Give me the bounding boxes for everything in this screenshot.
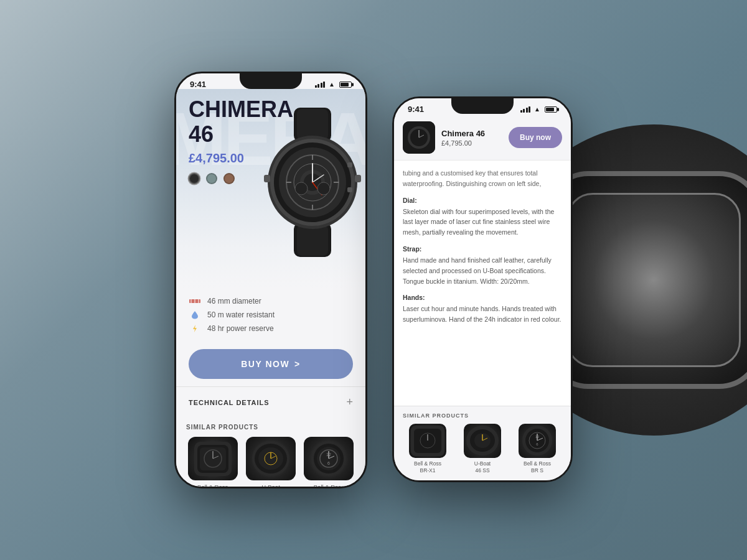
phone-2: 9:41 ▲ (392, 96, 573, 482)
similar-watch-img-1 (246, 437, 296, 480)
signal-bar-3 (321, 83, 322, 88)
phone1-time: 9:41 (190, 80, 206, 89)
phone1-status-icons: ▲ (315, 81, 352, 88)
signal-bar-1 (315, 85, 317, 88)
spec-diameter: 46 mm diameter (189, 297, 353, 306)
phone2-buy-button[interactable]: Buy now (509, 127, 562, 148)
signal-bar-4 (323, 82, 325, 88)
phone2-similar-label: SIMILAR PRODUCTS (403, 413, 562, 419)
phone2-similar-section: SIMILAR PRODUCTS Bell & Ross (394, 406, 571, 480)
svg-point-24 (317, 182, 330, 195)
desc-text-dial: Skeleton dial with four superimposed lev… (403, 207, 562, 238)
swatch-teal[interactable] (206, 173, 217, 184)
desc-excerpt: tubing and a customised key that ensures… (403, 168, 562, 189)
signal-bar-p2-2 (523, 109, 525, 113)
svg-rect-55 (414, 429, 441, 453)
spec-diameter-text: 46 mm diameter (207, 297, 261, 306)
spec-power-text: 48 hr power reserve (207, 324, 274, 333)
phone2-wifi-icon: ▲ (534, 106, 540, 113)
phone2-similar-name-2: Bell & Ross BR S (512, 460, 562, 474)
desc-text-strap: Hand made and hand finished calf leather… (403, 255, 562, 286)
svg-rect-1 (297, 109, 328, 140)
desc-title-strap: Strap: (403, 245, 562, 253)
svg-point-23 (295, 182, 308, 195)
phone2-product-price: £4,795.00 (441, 139, 502, 147)
watch-hero-image (250, 108, 365, 257)
similar-name-2: Bell & Ross BR S (303, 483, 355, 488)
phone1-signal (315, 82, 326, 88)
phone2-similar-item-0[interactable]: Bell & Ross BR-X1 (403, 424, 453, 474)
desc-text-hands: Laser cut hour and minute hands. Hands t… (403, 304, 562, 325)
phone2-battery (545, 106, 557, 113)
similar-item-0[interactable]: Bell & Ross BR-X1 (186, 437, 239, 488)
phone2-status-icons: ▲ (520, 106, 557, 113)
phone2-product-info: Chimera 46 £4,795.00 (441, 129, 502, 147)
phone2-notch (451, 98, 514, 114)
signal-bar-p2-1 (520, 110, 522, 113)
lightning-icon (189, 324, 201, 333)
phone2-similar-img-0 (409, 424, 446, 458)
phone2-similar-item-1[interactable]: U-Boat 46 SS (458, 424, 507, 474)
desc-title-dial: Dial: (403, 197, 562, 204)
similar-item-2[interactable]: 12 6 Bell & Ross BR S (303, 437, 355, 488)
phone2-similar-img-2: 12 6 (519, 424, 556, 458)
wifi-icon: ▲ (329, 81, 335, 88)
svg-rect-21 (347, 162, 352, 167)
similar-products-section: SIMILAR PRODUCTS Bell (176, 418, 365, 488)
svg-rect-3 (297, 225, 328, 256)
spec-power: 48 hr power reserve (189, 324, 353, 333)
phone2-body: tubing and a customised key that ensures… (394, 161, 571, 406)
bg-watch-inner (545, 171, 747, 389)
phone2-similar-item-2[interactable]: 12 6 Bell & Ross BR S (512, 424, 562, 474)
water-icon (189, 310, 201, 319)
buy-button-wrap: BUY NOW > (176, 343, 365, 386)
similar-watch-img-0 (188, 437, 238, 480)
technical-details-label: TECHNICAL DETAILS (189, 399, 270, 406)
bg-watch-dial (566, 193, 741, 367)
ruler-icon (189, 297, 201, 306)
similar-name-0: Bell & Ross BR-X1 (186, 483, 239, 488)
phone2-content: 9:41 ▲ (394, 98, 571, 480)
battery-fill-2 (546, 108, 554, 111)
battery-fill (341, 83, 349, 86)
phone1-notch (240, 73, 302, 89)
signal-bar-2 (317, 84, 319, 88)
phone2-similar-name-0: Bell & Ross BR-X1 (403, 460, 453, 474)
phone2-similar-grid: Bell & Ross BR-X1 (403, 424, 562, 474)
phone-1: 9:41 ▲ CHIMERA CHIMERA 46 (174, 72, 367, 488)
phone1-battery (339, 82, 352, 88)
similar-item-1[interactable]: U-Boat 46 SS (244, 437, 297, 488)
spec-water: 50 m water resistant (189, 310, 353, 319)
technical-details-section[interactable]: TECHNICAL DETAILS + (176, 386, 365, 418)
similar-watch-img-2: 12 6 (304, 437, 354, 480)
phone2-product-row: Chimera 46 £4,795.00 Buy now (403, 121, 562, 154)
spec-water-text: 50 m water resistant (207, 310, 275, 319)
phone2-similar-img-1 (464, 424, 501, 458)
swatch-brown[interactable] (223, 173, 235, 184)
product-title-line2: 46 (189, 121, 214, 147)
phone1-hero: CHIMERA CHIMERA 46 £4,795.00 (176, 89, 365, 288)
phones-container: 9:41 ▲ CHIMERA CHIMERA 46 (174, 72, 573, 488)
swatch-black[interactable] (189, 173, 200, 184)
svg-rect-19 (355, 175, 361, 182)
svg-rect-20 (264, 175, 270, 182)
phone2-similar-name-1: U-Boat 46 SS (458, 460, 507, 474)
similar-products-grid: Bell & Ross BR-X1 (186, 437, 355, 488)
buy-now-label: BUY NOW (241, 359, 289, 369)
signal-bar-p2-4 (529, 106, 530, 113)
phone2-watch-thumbnail (403, 121, 435, 154)
specs-section: 46 mm diameter 50 m water resistant 48 h… (176, 288, 365, 343)
phone2-header: Chimera 46 £4,795.00 Buy now (394, 114, 571, 161)
similar-name-1: U-Boat 46 SS (244, 483, 297, 488)
expand-icon[interactable]: + (346, 396, 353, 409)
svg-text:6: 6 (327, 461, 330, 465)
phone2-signal (520, 106, 531, 113)
buy-now-arrow: > (294, 359, 301, 369)
phone2-product-name: Chimera 46 (441, 129, 502, 138)
buy-now-button[interactable]: BUY NOW > (189, 349, 353, 379)
desc-title-hands: Hands: (403, 294, 562, 301)
phone2-time: 9:41 (408, 105, 424, 114)
signal-bar-p2-3 (526, 108, 528, 113)
svg-rect-22 (347, 187, 352, 192)
similar-products-label: SIMILAR PRODUCTS (186, 424, 355, 431)
